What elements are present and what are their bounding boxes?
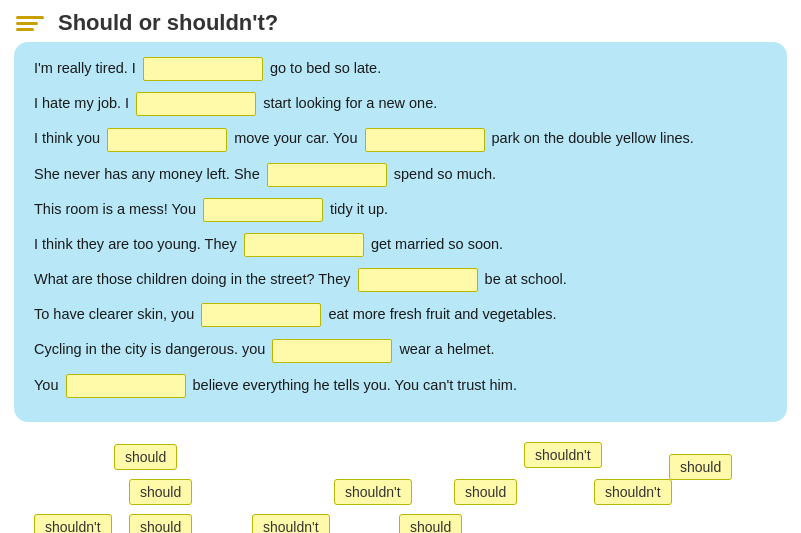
word-tile-w4[interactable]: should [669, 454, 732, 480]
sentence-9-after: wear a helmet. [399, 341, 494, 357]
lines-icon [16, 16, 44, 31]
sentence-8-before: To have clearer skin, you [34, 306, 194, 322]
sentence-1-after: go to bed so late. [270, 60, 381, 76]
sentence-2-after: start looking for a new one. [263, 95, 437, 111]
sentence-1: I'm really tired. I go to bed so late. [34, 56, 767, 81]
sentence-2: I hate my job. I start looking for a new… [34, 91, 767, 116]
sentence-3-mid: move your car. You [234, 130, 357, 146]
blank-1[interactable] [143, 57, 263, 81]
sentence-4: She never has any money left. She spend … [34, 162, 767, 187]
sentence-10-before: You [34, 377, 58, 393]
sentence-5: This room is a mess! You tidy it up. [34, 197, 767, 222]
word-tile-w5[interactable]: shouldn't [334, 479, 412, 505]
word-tile-w6[interactable]: should [454, 479, 517, 505]
blank-2[interactable] [136, 92, 256, 116]
sentence-5-after: tidy it up. [330, 201, 388, 217]
sentence-8-after: eat more fresh fruit and vegetables. [328, 306, 556, 322]
word-bank: shouldshouldshouldn'tshouldshouldn'tshou… [14, 434, 787, 533]
blank-4[interactable] [267, 163, 387, 187]
sentence-5-before: This room is a mess! You [34, 201, 196, 217]
sentence-7-after: be at school. [485, 271, 567, 287]
sentence-4-after: spend so much. [394, 166, 496, 182]
sentence-10-after: believe everything he tells you. You can… [193, 377, 517, 393]
blank-3b[interactable] [365, 128, 485, 152]
sentence-4-before: She never has any money left. She [34, 166, 260, 182]
sentence-8: To have clearer skin, you eat more fresh… [34, 302, 767, 327]
word-tile-w9[interactable]: should [129, 514, 192, 533]
blank-9[interactable] [272, 339, 392, 363]
blank-3a[interactable] [107, 128, 227, 152]
word-tile-w1[interactable]: should [114, 444, 177, 470]
exercise-card: I'm really tired. I go to bed so late. I… [14, 42, 787, 422]
sentence-9: Cycling in the city is dangerous. you we… [34, 337, 767, 362]
page-header: Should or shouldn't? [0, 0, 801, 42]
word-tile-w11[interactable]: should [399, 514, 462, 533]
word-tile-w8[interactable]: shouldn't [34, 514, 112, 533]
sentence-10: You believe everything he tells you. You… [34, 373, 767, 398]
sentence-3: I think you move your car. You park on t… [34, 126, 767, 151]
blank-5[interactable] [203, 198, 323, 222]
sentence-7: What are those children doing in the str… [34, 267, 767, 292]
blank-8[interactable] [201, 303, 321, 327]
word-tile-w2[interactable]: should [129, 479, 192, 505]
blank-10[interactable] [66, 374, 186, 398]
page-title: Should or shouldn't? [58, 10, 278, 36]
sentence-2-before: I hate my job. I [34, 95, 129, 111]
sentence-9-before: Cycling in the city is dangerous. you [34, 341, 265, 357]
sentence-1-before: I'm really tired. I [34, 60, 136, 76]
blank-6[interactable] [244, 233, 364, 257]
sentence-6: I think they are too young. They get mar… [34, 232, 767, 257]
sentence-6-before: I think they are too young. They [34, 236, 237, 252]
word-tile-w7[interactable]: shouldn't [594, 479, 672, 505]
sentence-3-before: I think you [34, 130, 100, 146]
sentence-7-before: What are those children doing in the str… [34, 271, 351, 287]
word-tile-w3[interactable]: shouldn't [524, 442, 602, 468]
word-tile-w10[interactable]: shouldn't [252, 514, 330, 533]
blank-7[interactable] [358, 268, 478, 292]
sentence-6-after: get married so soon. [371, 236, 503, 252]
sentence-3-after: park on the double yellow lines. [492, 130, 694, 146]
